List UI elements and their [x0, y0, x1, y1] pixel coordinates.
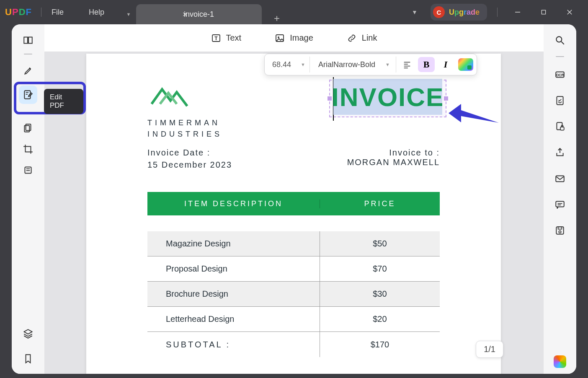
- svg-rect-9: [25, 167, 31, 173]
- divider: [556, 56, 564, 57]
- invoice-date-value: 15 December 2023: [147, 160, 232, 170]
- subtotal-value: $170: [320, 340, 440, 350]
- add-image-tool[interactable]: Image: [275, 33, 313, 43]
- bookmark-icon: [23, 353, 34, 364]
- annotation-arrow-icon: [446, 100, 501, 129]
- tab-bar: ▼ invoice-1 ✕ +: [121, 0, 285, 24]
- page-indicator[interactable]: 1/1: [476, 341, 503, 358]
- workspace: Edit PDF OCR T Text Image Lin: [12, 24, 576, 374]
- font-size-dropdown[interactable]: 68.44 ▼: [268, 57, 310, 72]
- text-format-toolbar: 68.44 ▼ ArialNarrow-Bold ▼ B I: [264, 54, 477, 75]
- ocr-button[interactable]: OCR: [551, 65, 569, 84]
- invoice-to-value: MORGAN MAXWELL: [347, 158, 440, 167]
- menu-file[interactable]: File: [52, 8, 64, 17]
- organize-pages-button[interactable]: [19, 119, 37, 137]
- recent-dropdown-icon[interactable]: ▼: [405, 9, 425, 16]
- upgrade-button[interactable]: C Upgrade: [431, 4, 487, 21]
- search-button[interactable]: [551, 31, 569, 49]
- text-tool-label: Text: [226, 33, 242, 43]
- italic-button[interactable]: I: [437, 57, 454, 72]
- cell-desc: Letterhead Design: [147, 307, 320, 331]
- tab-title: invoice-1: [184, 10, 214, 19]
- pages-icon: [23, 123, 34, 134]
- window-minimize-icon[interactable]: [508, 4, 528, 20]
- crop-icon: [23, 144, 34, 155]
- table-body: Magazine Design $50 Proposal Design $70 …: [147, 231, 440, 357]
- convert-icon: [554, 95, 565, 106]
- menu-help[interactable]: Help: [89, 8, 104, 17]
- mail-icon: [554, 173, 565, 184]
- crop-button[interactable]: [19, 140, 37, 158]
- svg-point-29: [278, 36, 279, 38]
- subtotal-label: SUBTOTAL :: [147, 332, 320, 357]
- save-button[interactable]: [551, 221, 569, 240]
- separator: [497, 8, 498, 17]
- table-row: Brochure Design $30: [147, 282, 440, 307]
- invoice-to-label: Invoice to :: [347, 148, 440, 158]
- reader-mode-button[interactable]: [19, 31, 37, 49]
- right-rail: OCR: [544, 24, 576, 374]
- font-family-value: ArialNarrow-Bold: [318, 60, 375, 69]
- save-icon: [554, 225, 565, 236]
- svg-text:OCR: OCR: [556, 73, 564, 77]
- text-color-button[interactable]: [458, 58, 473, 71]
- ai-assistant-icon[interactable]: [554, 355, 566, 368]
- table-row-subtotal: SUBTOTAL : $170: [147, 332, 440, 357]
- edit-pdf-button[interactable]: [19, 85, 37, 104]
- share-button[interactable]: [551, 143, 569, 162]
- invoice-meta: Invoice Date : 15 December 2023 Invoice …: [147, 148, 440, 170]
- comment-panel-button[interactable]: [551, 195, 569, 214]
- stack-pages-icon: [23, 165, 34, 176]
- svg-rect-18: [560, 127, 564, 130]
- table-row: Proposal Design $70: [147, 256, 440, 282]
- tab-list-dropdown[interactable]: ▼: [121, 4, 136, 24]
- bold-button[interactable]: B: [418, 57, 435, 72]
- align-button[interactable]: [399, 57, 415, 72]
- protect-button[interactable]: [551, 117, 569, 136]
- highlighter-icon: [23, 65, 34, 76]
- svg-point-12: [556, 36, 562, 42]
- window-close-icon[interactable]: [560, 4, 580, 20]
- window-maximize-icon[interactable]: [534, 4, 554, 20]
- add-text-tool[interactable]: T Text: [211, 33, 242, 43]
- font-size-value: 68.44: [272, 60, 291, 69]
- pdf-page[interactable]: TIMMERMAN INDUSTRIES INVOICE Invoice Dat…: [86, 54, 501, 374]
- cell-desc: Brochure Design: [147, 282, 320, 306]
- bookmarks-button[interactable]: [19, 350, 37, 368]
- document-canvas[interactable]: T Text Image Link 68.44 ▼ ArialNarrow-Bo…: [44, 24, 544, 374]
- main-menu: File Help: [52, 8, 104, 17]
- invoice-heading[interactable]: INVOICE: [333, 79, 442, 115]
- chevron-down-icon: ▼: [385, 62, 390, 67]
- selected-text-box[interactable]: INVOICE: [329, 80, 446, 117]
- chevron-down-icon: ▼: [301, 62, 305, 67]
- link-icon: [347, 33, 357, 43]
- document-tab[interactable]: invoice-1 ✕: [136, 4, 262, 24]
- edit-page-icon: [23, 89, 34, 100]
- col-item-description: ITEM DESCRIPTION: [147, 199, 320, 208]
- convert-button[interactable]: [551, 91, 569, 110]
- table-header: ITEM DESCRIPTION PRICE: [147, 192, 440, 215]
- redact-button[interactable]: [19, 161, 37, 179]
- share-icon: [554, 147, 565, 158]
- cell-desc: Magazine Design: [147, 231, 320, 256]
- separator: [41, 8, 41, 17]
- company-block: TIMMERMAN INDUSTRIES: [147, 83, 222, 140]
- font-family-dropdown[interactable]: ArialNarrow-Bold ▼: [312, 57, 396, 72]
- svg-rect-24: [558, 227, 562, 229]
- svg-rect-7: [26, 124, 31, 130]
- new-tab-button[interactable]: +: [268, 13, 285, 24]
- edit-toolbar: T Text Image Link: [44, 24, 544, 52]
- lock-page-icon: [554, 121, 565, 132]
- svg-point-25: [559, 231, 561, 233]
- cell-price: $50: [320, 239, 440, 249]
- add-link-tool[interactable]: Link: [347, 33, 377, 43]
- invoice-date-label: Invoice Date :: [147, 148, 232, 158]
- email-button[interactable]: [551, 169, 569, 188]
- svg-line-13: [561, 41, 564, 44]
- layers-button[interactable]: [19, 324, 37, 343]
- layers-icon: [23, 328, 34, 339]
- cell-desc: Proposal Design: [147, 256, 320, 281]
- image-icon: [275, 33, 285, 43]
- avatar: C: [433, 6, 445, 18]
- comment-button[interactable]: [19, 61, 37, 80]
